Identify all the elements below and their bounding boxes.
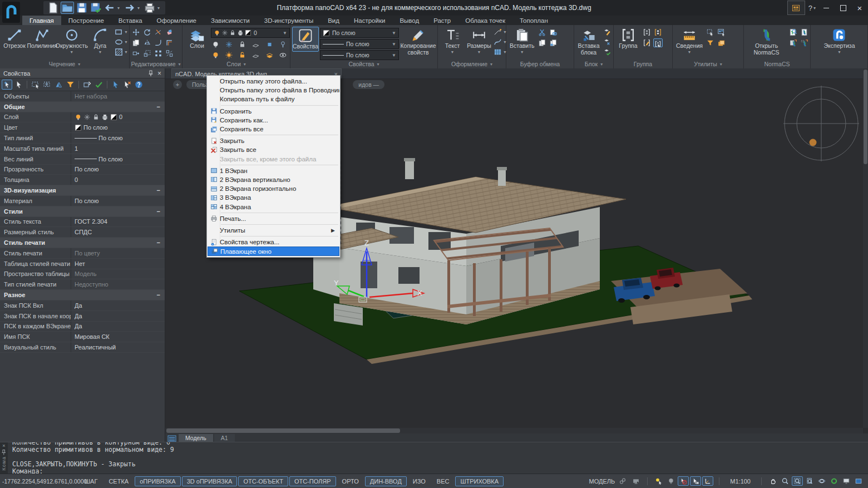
scissors-icon[interactable]	[537, 28, 547, 37]
pin-icon[interactable]	[278, 40, 288, 49]
filter-icon[interactable]	[706, 38, 715, 47]
button-Текст[interactable]: Текст▼	[440, 27, 465, 55]
erase-icon[interactable]	[165, 28, 174, 37]
filter-button[interactable]	[65, 80, 76, 90]
group-label-Буфер обмена[interactable]: Буфер обмена	[506, 60, 574, 68]
hatch-tool[interactable]: ▼	[114, 48, 128, 56]
fillet-icon[interactable]	[154, 38, 163, 47]
open-folder-button[interactable]	[61, 2, 74, 14]
ribbon-tab-Растр[interactable]: Растр	[426, 16, 458, 25]
stretch-icon[interactable]	[131, 49, 141, 58]
workspace-icon[interactable]	[787, 1, 805, 15]
move-icon[interactable]	[131, 28, 141, 37]
new-file-button[interactable]	[47, 2, 59, 13]
move-rect-button[interactable]	[82, 80, 92, 90]
qat-options-icon[interactable]: ▾	[157, 6, 162, 11]
copy-icon[interactable]	[537, 38, 547, 47]
sel-rect-button[interactable]	[30, 80, 41, 90]
snowflake-icon[interactable]	[83, 114, 91, 121]
undo-button[interactable]	[103, 2, 116, 13]
undo-dropdown-icon[interactable]: ▾	[117, 6, 122, 11]
group-frame-icon[interactable]	[653, 28, 663, 37]
nanocad-logo[interactable]	[2, 2, 20, 23]
section-Разное[interactable]: Разное−	[0, 290, 165, 300]
sel-grid-button[interactable]	[42, 80, 52, 90]
vp-link-icon[interactable]	[617, 476, 628, 486]
group-label-Блок[interactable]: Блок▾	[574, 60, 613, 68]
button-Вставить[interactable]: Вставить▼	[508, 27, 536, 55]
property-value[interactable]: ГОСТ 2.304	[71, 218, 165, 225]
cursor-blue-button[interactable]	[110, 80, 121, 90]
menu-item-Печать-[interactable]: Печать...	[208, 214, 339, 223]
section-Общие[interactable]: Общие−	[0, 102, 165, 112]
ribbon-tab-Главная[interactable]: Главная	[22, 16, 61, 25]
group-label-Слои[interactable]: Слои▾	[183, 60, 290, 68]
group-copy-icon[interactable]	[642, 28, 652, 37]
lens-doc-button[interactable]	[804, 476, 815, 486]
stack-icon[interactable]	[265, 51, 274, 60]
orbit-button[interactable]	[816, 476, 827, 486]
bulb-white-icon[interactable]	[211, 40, 220, 49]
copy-link-icon[interactable]	[549, 28, 558, 37]
help-button[interactable]: ?	[808, 4, 812, 12]
help-button[interactable]	[134, 80, 144, 90]
ribbon-tab-Топоплан[interactable]: Топоплан	[512, 16, 555, 25]
group-label-Редактирование[interactable]: Редактирование▾	[130, 60, 182, 68]
menu-item-3-ВЭкрана[interactable]: 3 ВЭкрана	[208, 193, 339, 202]
button-Открыть NormaCS[interactable]: Открыть NormaCS	[746, 27, 787, 57]
ribbon-tab-Вставка[interactable]: Вставка	[111, 16, 150, 25]
cursor-x-button[interactable]	[122, 80, 132, 90]
check-button[interactable]	[93, 80, 104, 90]
ring-green-button[interactable]	[828, 476, 840, 486]
button-Дуга[interactable]: Дуга▼	[87, 27, 113, 55]
toggle-ОТС-ПОЛЯР[interactable]: ОТС-ПОЛЯР	[289, 476, 336, 486]
leader-tool[interactable]: ▼	[493, 28, 507, 36]
property-value[interactable]: Мировая СК	[71, 333, 165, 340]
table-tool[interactable]: ▼	[493, 48, 507, 56]
button-Отрезок[interactable]: Отрезок	[2, 27, 27, 51]
bulb-icon[interactable]	[214, 29, 220, 36]
normacs-doc-icon[interactable]	[800, 28, 809, 37]
menu-item-Свойства-чертежа-[interactable]: Свойства чертежа...	[208, 238, 339, 247]
group-select-icon[interactable]	[653, 38, 663, 47]
button-Сведения[interactable]: Сведения▼	[674, 27, 704, 55]
ribbon-tab-Облака точек[interactable]: Облака точек	[458, 16, 512, 25]
group-label-Черчение[interactable]: Черчение▾	[0, 60, 129, 68]
property-value[interactable]: 0	[71, 176, 165, 183]
property-value[interactable]: Нет набора	[71, 93, 165, 100]
property-value[interactable]: 0	[71, 114, 165, 121]
property-value[interactable]: Недоступно	[71, 281, 165, 288]
section-Стиль печати[interactable]: Стиль печати−	[0, 238, 165, 248]
toggle-ОТС-ОБЪЕКТ[interactable]: ОТС-ОБЪЕКТ	[238, 476, 288, 486]
menu-item-2-ВЭкрана-горизонтально[interactable]: 2 ВЭкрана горизонтально	[208, 184, 339, 193]
property-value[interactable]: СПДС	[71, 229, 165, 235]
section-Стили[interactable]: Стили−	[0, 206, 165, 217]
ucs-axes-button[interactable]	[702, 476, 713, 486]
menu-item-Сохранить[interactable]: Сохранить	[208, 107, 339, 116]
rect-blue-button[interactable]	[853, 476, 864, 486]
property-value[interactable]: Да	[71, 302, 165, 309]
group-label-Свойства[interactable]: Свойства▾	[290, 60, 437, 68]
collapse-icon[interactable]: −	[157, 103, 165, 110]
button-Копирование свойств[interactable]: Копирование свойств	[400, 27, 436, 57]
layout-tab-Модель[interactable]: Модель	[179, 434, 213, 442]
cursor-plus-button[interactable]	[2, 80, 12, 90]
property-value[interactable]: Модель	[71, 270, 165, 277]
property-value[interactable]: 1	[71, 145, 165, 152]
color-combo[interactable]: По слою▼	[320, 28, 399, 38]
bulb-on-icon[interactable]	[211, 51, 220, 60]
cursor-blocked-button[interactable]	[678, 476, 689, 486]
offset-icon[interactable]	[165, 38, 174, 47]
menu-item-Закрыть[interactable]: Закрыть	[208, 136, 339, 145]
ribbon-tab-Вывод[interactable]: Вывод	[392, 16, 426, 25]
help-dropdown-icon[interactable]: ▾	[813, 6, 818, 11]
command-history[interactable]: Количество примитивов в контурном виде: …	[8, 442, 868, 474]
cursor-select-icon[interactable]	[706, 28, 715, 37]
vp-monitor-icon[interactable]	[630, 476, 642, 486]
normacs-find-icon[interactable]	[788, 28, 798, 37]
menu-item-Открыть-папку-этого-файла-в-Пр[interactable]: Открыть папку этого файла в Проводнике..…	[208, 86, 339, 95]
redo-dropdown-icon[interactable]: ▾	[137, 6, 142, 11]
copy-icon[interactable]	[131, 38, 141, 47]
scale-icon[interactable]	[142, 49, 152, 58]
property-value[interactable]: Да	[71, 313, 165, 319]
